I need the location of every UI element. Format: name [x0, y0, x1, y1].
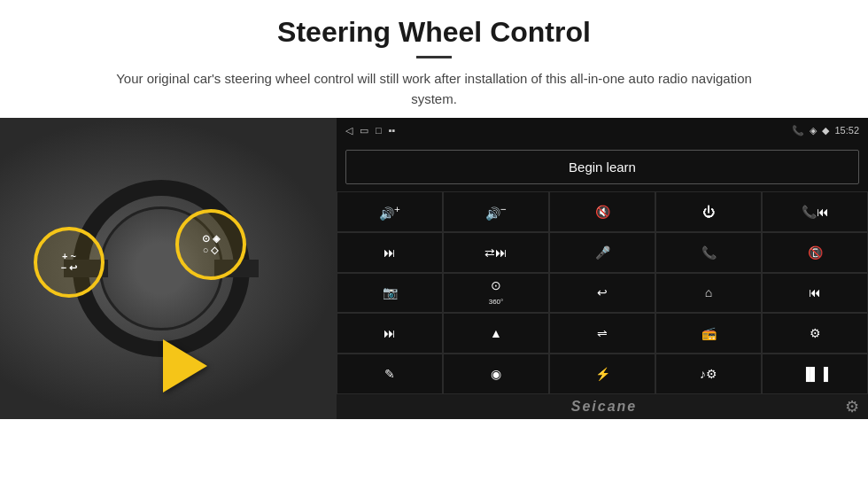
- brand-bar: Seicane ⚙: [337, 394, 868, 419]
- subtitle-text: Your original car's steering wheel contr…: [97, 69, 771, 109]
- shuffle-icon: ⇄⏭: [484, 245, 508, 260]
- vol-down-icon: 🔊−: [485, 203, 507, 221]
- android-screen: ◁ ▭ □ ▪▪ 📞 ◈ ◆ 15:52 Begin learn: [337, 118, 868, 419]
- vol-up-button[interactable]: 🔊+: [337, 191, 443, 232]
- header-section: Steering Wheel Control Your original car…: [0, 0, 868, 118]
- circle-button[interactable]: ◉: [443, 354, 549, 394]
- page-title: Steering Wheel Control: [35, 16, 833, 49]
- control-grid: 🔊+ 🔊− 🔇 ⏻ 📞⏮ ⏭ ⇄⏭: [337, 191, 868, 394]
- camera-icon: 📷: [383, 285, 398, 299]
- vol-down-button[interactable]: 🔊−: [443, 191, 549, 232]
- view360-button[interactable]: ⊙360°: [443, 273, 549, 314]
- hangup-button[interactable]: 📵: [762, 232, 868, 273]
- steering-bg: + ~− ↩ ⊙ ◈○ ◇: [0, 118, 337, 419]
- power-icon: ⏻: [702, 205, 715, 219]
- music-icon: ♪⚙: [700, 367, 717, 381]
- mic-button[interactable]: 🎤: [549, 232, 655, 273]
- radio-button[interactable]: 📻: [655, 313, 762, 354]
- pen-button[interactable]: ✎: [337, 354, 443, 394]
- music-button[interactable]: ♪⚙: [655, 354, 762, 394]
- location-status-icon: ◈: [810, 125, 817, 136]
- begin-learn-button[interactable]: Begin learn: [345, 150, 859, 184]
- eq-button[interactable]: ⇌: [549, 313, 655, 354]
- nav-icon: ▲: [490, 326, 502, 340]
- phone-icon: 📞: [701, 245, 717, 260]
- begin-learn-area: Begin learn: [337, 143, 868, 191]
- home-icon[interactable]: ▭: [360, 125, 368, 136]
- right-controls: ⊙ ◈○ ◇: [202, 233, 220, 256]
- brand-name: Seicane: [571, 399, 637, 415]
- mix-icon: ⚙: [810, 326, 821, 340]
- arrow-container: [163, 339, 207, 393]
- mute-icon: 🔇: [595, 205, 610, 219]
- status-bar-right: 📞 ◈ ◆ 15:52: [792, 125, 859, 136]
- phone-status-icon: 📞: [792, 125, 804, 136]
- camera-button[interactable]: 📷: [337, 273, 443, 314]
- skip-fwd-icon: ⏭: [384, 326, 396, 340]
- content-section: + ~− ↩ ⊙ ◈○ ◇ ◁ ▭ □ ▪▪: [0, 118, 868, 482]
- title-divider: [416, 56, 452, 58]
- highlight-circle-right: ⊙ ◈○ ◇: [175, 209, 246, 280]
- eq-icon: ⇌: [597, 326, 608, 340]
- steering-photo: + ~− ↩ ⊙ ◈○ ◇: [0, 118, 337, 419]
- nav-button[interactable]: ▲: [443, 313, 549, 354]
- phone-prev-button[interactable]: 📞⏮: [762, 191, 868, 232]
- next-track-button[interactable]: ⏭: [337, 232, 443, 273]
- phone-prev-icon: 📞⏮: [802, 205, 829, 219]
- pen-icon: ✎: [384, 367, 395, 381]
- clock: 15:52: [834, 125, 859, 136]
- circle-icon: ◉: [491, 367, 501, 381]
- mic-icon: 🎤: [595, 245, 610, 260]
- view360-icon: ⊙360°: [489, 278, 504, 307]
- bluetooth-button[interactable]: ⚡: [549, 354, 655, 394]
- signal-bars: ▪▪: [389, 125, 396, 136]
- mix-button[interactable]: ⚙: [762, 313, 868, 354]
- status-bar-left: ◁ ▭ □ ▪▪: [345, 125, 395, 136]
- direction-arrow: [163, 339, 207, 393]
- recent-icon[interactable]: □: [376, 125, 382, 136]
- bluetooth-icon: ⚡: [595, 367, 610, 381]
- next-track-icon: ⏭: [384, 245, 396, 260]
- highlight-circle-left: + ~− ↩: [34, 227, 105, 298]
- power-button[interactable]: ⏻: [655, 191, 762, 232]
- mute-button[interactable]: 🔇: [549, 191, 655, 232]
- back-nav-button[interactable]: ↩: [549, 273, 655, 314]
- vol-up-icon: 🔊+: [379, 203, 400, 221]
- skip-back-button[interactable]: ⏮: [762, 273, 868, 314]
- home-nav-button[interactable]: ⌂: [655, 273, 762, 314]
- shuffle-button[interactable]: ⇄⏭: [443, 232, 549, 273]
- skip-fwd-button[interactable]: ⏭: [337, 313, 443, 354]
- phone-button[interactable]: 📞: [655, 232, 762, 273]
- page-container: Steering Wheel Control Your original car…: [0, 0, 868, 482]
- settings-gear-icon[interactable]: ⚙: [845, 397, 859, 416]
- wifi-status-icon: ◆: [822, 125, 829, 136]
- status-bar: ◁ ▭ □ ▪▪ 📞 ◈ ◆ 15:52: [337, 118, 868, 143]
- back-nav-icon: ↩: [597, 285, 608, 299]
- radio-icon: 📻: [701, 326, 717, 340]
- equalizer-icon: ▐▌▐: [802, 367, 828, 381]
- skip-back-icon: ⏮: [809, 285, 821, 299]
- equalizer-button[interactable]: ▐▌▐: [762, 354, 868, 394]
- home-nav-icon: ⌂: [705, 285, 712, 299]
- back-icon[interactable]: ◁: [345, 125, 353, 136]
- left-controls: + ~− ↩: [61, 251, 77, 274]
- hangup-icon: 📵: [808, 245, 823, 260]
